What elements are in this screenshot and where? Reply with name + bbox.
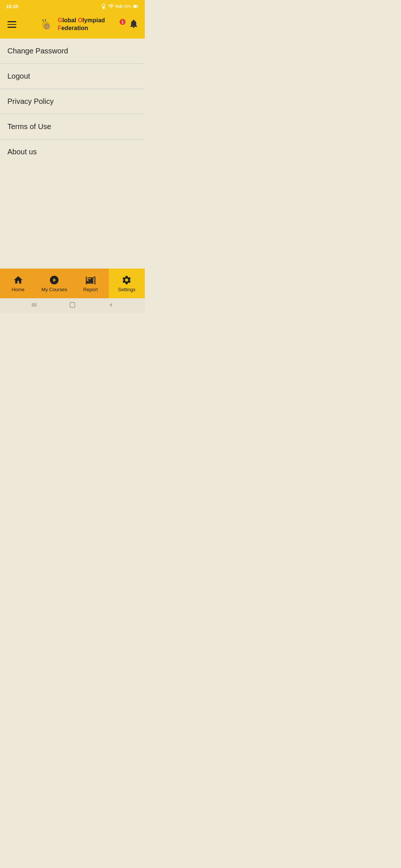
hamburger-line-1	[7, 21, 16, 22]
app-logo	[36, 15, 55, 34]
play-circle-icon	[49, 275, 59, 285]
svg-rect-24	[35, 303, 36, 307]
menu-item-change-password[interactable]: Change Password	[0, 39, 145, 64]
svg-rect-1	[138, 6, 138, 7]
battery-percent: 69%	[124, 4, 131, 9]
svg-rect-25	[70, 302, 75, 307]
alarm-icon	[101, 3, 107, 9]
svg-point-18	[45, 19, 46, 20]
sys-nav-recent[interactable]	[30, 301, 38, 310]
status-time: 10:35	[6, 4, 18, 9]
nav-report-label: Report	[83, 287, 98, 292]
hamburger-line-3	[7, 27, 16, 28]
svg-rect-23	[33, 303, 35, 307]
nav-home-label: Home	[12, 287, 25, 292]
nav-settings[interactable]: Settings	[109, 269, 145, 298]
notification-button[interactable]	[128, 19, 139, 30]
svg-point-14	[46, 26, 48, 27]
header-actions: 1	[123, 19, 139, 30]
home-icon	[13, 275, 23, 285]
svg-line-6	[49, 22, 50, 23]
menu-item-privacy-policy[interactable]: Privacy Policy	[0, 89, 145, 114]
settings-icon	[121, 275, 132, 285]
hamburger-menu[interactable]	[6, 20, 18, 29]
svg-rect-22	[32, 303, 33, 307]
sys-nav-back[interactable]	[107, 301, 114, 310]
battery-icon	[133, 3, 139, 9]
system-nav-bar	[0, 298, 145, 313]
svg-rect-2	[134, 5, 137, 7]
nav-settings-label: Settings	[118, 287, 136, 292]
bell-icon	[128, 19, 139, 29]
hamburger-line-2	[7, 24, 16, 25]
svg-line-5	[48, 20, 49, 21]
chart-icon	[85, 275, 96, 285]
app-header: Global Olympiad Federation 1	[0, 12, 145, 39]
wifi-icon	[108, 3, 114, 9]
svg-point-16	[42, 19, 43, 20]
nav-home[interactable]: Home	[0, 269, 36, 298]
cart-badge: 1	[120, 19, 125, 25]
signal-text: VoD	[115, 4, 123, 9]
menu-item-logout[interactable]: Logout	[0, 64, 145, 89]
menu-list: Change Password Logout Privacy Policy Te…	[0, 39, 145, 269]
status-bar: 10:35 VoD 69%	[0, 0, 145, 12]
nav-my-courses-label: My Courses	[42, 287, 67, 292]
nav-my-courses[interactable]: My Courses	[36, 269, 73, 298]
nav-report[interactable]: Report	[72, 269, 109, 298]
logo-text: Global Olympiad Federation	[58, 17, 105, 32]
menu-item-about-us[interactable]: About us	[0, 139, 145, 164]
bottom-nav: Home My Courses Report Settings	[0, 269, 145, 298]
menu-item-terms-of-use[interactable]: Terms of Use	[0, 114, 145, 139]
sys-nav-home[interactable]	[69, 301, 76, 310]
status-icons: VoD 69%	[101, 3, 139, 9]
logo-container: Global Olympiad Federation	[18, 15, 123, 34]
